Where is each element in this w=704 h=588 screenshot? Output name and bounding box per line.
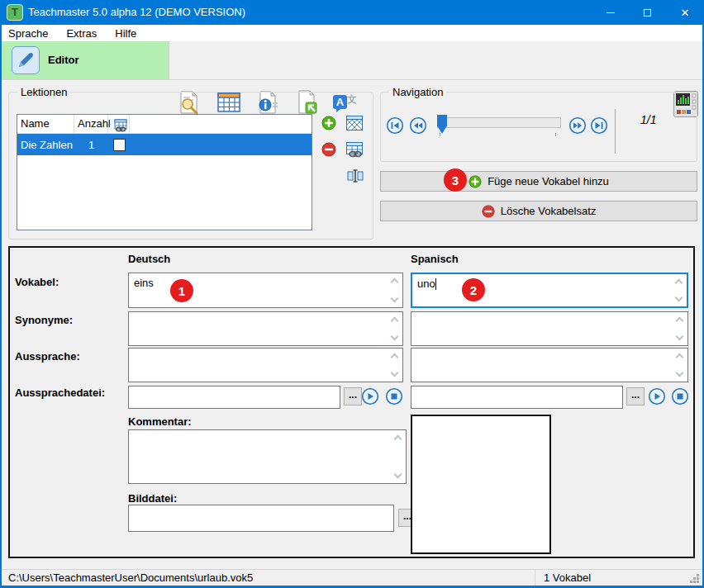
window-border-left xyxy=(0,25,2,588)
lesson-linked-cell xyxy=(108,139,130,151)
skip-last-icon xyxy=(590,116,608,135)
add-vocab-button[interactable]: Füge neue Vokabel hinzu xyxy=(380,171,697,192)
kommentar-field[interactable] xyxy=(128,429,407,484)
delete-lesson-button[interactable] xyxy=(321,142,336,159)
play-icon xyxy=(648,387,666,405)
scroll-up-icon[interactable] xyxy=(675,279,683,287)
vocab-slider-handle[interactable] xyxy=(437,115,447,134)
scroll-up-icon[interactable] xyxy=(676,353,684,362)
delete-vocabset-button[interactable]: Lösche Vokabelsatz xyxy=(380,201,697,221)
add-lesson-button[interactable] xyxy=(321,116,336,133)
remove-icon xyxy=(321,142,336,157)
status-vocab-count: 1 Vokabel xyxy=(544,570,591,586)
annotation-badge-1: 1 xyxy=(170,279,193,302)
navigation-divider xyxy=(615,109,616,154)
add-icon xyxy=(321,116,336,130)
link-lessons-button[interactable] xyxy=(345,140,364,161)
minimize-button[interactable] xyxy=(592,0,629,25)
menu-extras[interactable]: Extras xyxy=(66,27,105,40)
vokabel-de-value: eins xyxy=(134,277,154,289)
stop-audio-es-button[interactable] xyxy=(671,387,689,408)
scroll-down-icon[interactable] xyxy=(394,471,402,479)
column-header-deutsch: Deutsch xyxy=(128,253,170,265)
scroll-down-icon[interactable] xyxy=(676,369,684,377)
app-window: T Teachmaster 5.0 alpha 12 (DEMO VERSION… xyxy=(0,0,704,588)
table-link-icon xyxy=(114,119,127,132)
scroll-down-icon[interactable] xyxy=(391,369,399,377)
kommentar-label: Kommentar: xyxy=(128,415,192,428)
lesson-name: Die Zahlen xyxy=(17,139,74,151)
vokabel-es-field[interactable]: uno xyxy=(411,273,688,308)
synonyme-de-field[interactable] xyxy=(128,311,403,346)
lektionen-group: Lektionen Name Anzahl xyxy=(8,92,373,239)
lesson-table-header: Name Anzahl xyxy=(17,115,312,134)
maximize-button[interactable] xyxy=(629,0,666,25)
next-vocab-button[interactable] xyxy=(568,116,587,135)
table-chain-icon xyxy=(345,140,364,159)
status-separator xyxy=(535,570,535,586)
aussprache-de-field[interactable] xyxy=(128,348,403,382)
scroll-up-icon[interactable] xyxy=(676,317,684,325)
scroll-up-icon[interactable] xyxy=(391,353,399,362)
annotation-badge-3: 3 xyxy=(444,168,467,192)
close-button[interactable]: ✕ xyxy=(666,0,704,25)
aussprachedatei-de-input[interactable] xyxy=(128,386,340,409)
window-title: Teachmaster 5.0 alpha 12 (DEMO VERSION) xyxy=(28,0,245,25)
scroll-down-icon[interactable] xyxy=(675,294,683,302)
maximize-icon xyxy=(644,9,651,17)
scroll-up-icon[interactable] xyxy=(391,278,399,287)
fast-forward-icon xyxy=(568,116,587,135)
column-header-name[interactable]: Name xyxy=(17,115,74,133)
image-preview xyxy=(411,415,551,554)
scroll-down-icon[interactable] xyxy=(676,333,684,341)
aussprache-label: Aussprache: xyxy=(15,350,80,363)
scroll-down-icon[interactable] xyxy=(391,333,399,341)
scroll-up-icon[interactable] xyxy=(394,435,402,443)
resize-column-button[interactable] xyxy=(347,168,364,187)
last-vocab-button[interactable] xyxy=(590,116,608,135)
slider-tick-end xyxy=(555,133,556,136)
remove-icon xyxy=(482,205,495,218)
first-vocab-button[interactable] xyxy=(386,116,404,135)
aussprachedatei-label: Aussprachedatei: xyxy=(15,386,105,399)
annotation-badge-2: 2 xyxy=(462,278,485,301)
lektionen-group-title: Lektionen xyxy=(17,86,70,98)
menu-hilfe[interactable]: Hilfe xyxy=(115,27,145,40)
scroll-up-icon[interactable] xyxy=(391,317,399,325)
navigation-group-title: Navigation xyxy=(389,86,446,98)
aussprache-es-field[interactable] xyxy=(411,348,688,382)
browse-audio-de-button[interactable]: ... xyxy=(344,387,362,405)
resize-grip[interactable] xyxy=(697,581,699,583)
scroll-down-icon[interactable] xyxy=(391,295,399,303)
skip-first-icon xyxy=(386,116,404,135)
stop-audio-de-button[interactable] xyxy=(385,387,403,408)
vocab-slider-track[interactable] xyxy=(437,117,561,128)
bilddatei-input[interactable] xyxy=(128,505,394,532)
play-audio-de-button[interactable] xyxy=(361,387,379,408)
vokabel-de-field[interactable]: eins xyxy=(128,273,403,308)
add-icon xyxy=(469,175,482,188)
synonyme-label: Synonyme: xyxy=(15,314,73,326)
menu-sprache[interactable]: Sprache xyxy=(8,27,56,40)
synonyme-es-field[interactable] xyxy=(411,311,688,346)
column-header-anzahl[interactable]: Anzahl xyxy=(74,115,108,133)
menu-bar: Sprache Extras Hilfe xyxy=(2,25,702,41)
previous-vocab-button[interactable] xyxy=(409,116,427,135)
lesson-row[interactable]: Die Zahlen 1 xyxy=(17,134,312,155)
shuffle-lessons-button[interactable] xyxy=(345,114,364,135)
table-pattern-icon xyxy=(345,114,364,132)
linked-checkbox[interactable] xyxy=(113,139,126,151)
column-header-linked[interactable] xyxy=(108,115,130,133)
text-cursor xyxy=(435,278,436,290)
play-audio-es-button[interactable] xyxy=(648,387,666,408)
browse-audio-es-button[interactable]: ... xyxy=(626,387,645,405)
aussprachedatei-es-input[interactable] xyxy=(411,386,623,409)
editor-mode-button[interactable]: Editor xyxy=(2,41,169,79)
vokabel-label: Vokabel: xyxy=(15,276,59,288)
delete-vocabset-label: Lösche Vokabelsatz xyxy=(501,205,597,217)
slider-tick-start xyxy=(440,133,440,136)
lesson-list[interactable]: Name Anzahl Die Zahlen xyxy=(17,114,312,230)
app-icon: T xyxy=(7,4,23,21)
add-vocab-label: Füge neue Vokabel hinzu xyxy=(488,175,609,187)
lesson-count: 1 xyxy=(74,139,108,151)
